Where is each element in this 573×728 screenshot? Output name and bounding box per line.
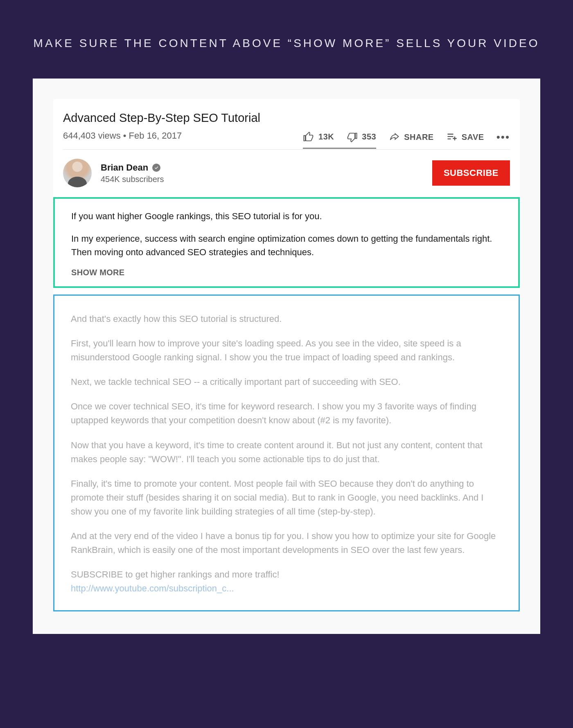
description-above-fold-highlight: If you want higher Google rankings, this… — [53, 197, 520, 288]
view-count: 644,403 views — [63, 130, 121, 141]
sentiment-bar: 13K 353 — [303, 131, 376, 149]
description-paragraph: And that's exactly how this SEO tutorial… — [71, 312, 502, 326]
description-paragraph: And at the very end of the video I have … — [71, 529, 502, 557]
video-title: Advanced Step-By-Step SEO Tutorial — [63, 111, 510, 125]
subscription-link[interactable]: http://www.youtube.com/subscription_c... — [71, 583, 234, 593]
playlist-add-icon — [446, 131, 458, 143]
video-meta-row: 644,403 views • Feb 16, 2017 13K 353 — [63, 130, 510, 150]
subscriber-count: 454K subscribers — [101, 175, 164, 184]
publish-date: Feb 16, 2017 — [129, 130, 182, 141]
description-cta: SUBSCRIBE to get higher rankings and mor… — [71, 568, 502, 595]
video-actions: 13K 353 SHARE SAVE — [303, 131, 510, 149]
dislike-button[interactable]: 353 — [346, 131, 376, 143]
channel-name[interactable]: Brian Dean — [101, 162, 148, 173]
description-paragraph: If you want higher Google rankings, this… — [71, 209, 502, 223]
description-paragraph: First, you'll learn how to improve your … — [71, 337, 502, 364]
screenshot-card: Advanced Step-By-Step SEO Tutorial 644,4… — [33, 79, 540, 634]
description-paragraph: Finally, it's time to promote your conte… — [71, 477, 502, 519]
like-count: 13K — [318, 132, 334, 142]
description-paragraph: Next, we tackle technical SEO -- a criti… — [71, 375, 502, 389]
thumbs-up-icon — [303, 131, 314, 143]
description-paragraph: Once we cover technical SEO, it's time f… — [71, 400, 502, 427]
thumbs-down-icon — [346, 131, 358, 143]
description-paragraph: In my experience, success with search en… — [71, 232, 502, 259]
description-below-fold-highlight: And that's exactly how this SEO tutorial… — [53, 294, 520, 611]
video-page-panel: Advanced Step-By-Step SEO Tutorial 644,4… — [53, 99, 520, 611]
share-button[interactable]: SHARE — [388, 131, 434, 143]
description-paragraph: Now that you have a keyword, it's time t… — [71, 438, 502, 466]
like-button[interactable]: 13K — [303, 131, 334, 143]
save-label: SAVE — [462, 133, 484, 142]
more-actions-button[interactable]: ••• — [496, 131, 510, 144]
save-button[interactable]: SAVE — [446, 131, 484, 143]
channel-row: Brian Dean 454K subscribers SUBSCRIBE — [53, 150, 520, 196]
slide-headline: MAKE SURE THE CONTENT ABOVE “SHOW MORE” … — [33, 37, 540, 50]
video-view-count-date: 644,403 views • Feb 16, 2017 — [63, 130, 182, 149]
share-icon — [388, 131, 400, 143]
subscribe-button[interactable]: SUBSCRIBE — [432, 160, 510, 186]
channel-avatar[interactable] — [63, 159, 92, 187]
share-label: SHARE — [404, 133, 434, 142]
show-more-button[interactable]: SHOW MORE — [71, 268, 502, 277]
verified-badge-icon — [152, 164, 160, 172]
dislike-count: 353 — [362, 132, 376, 142]
